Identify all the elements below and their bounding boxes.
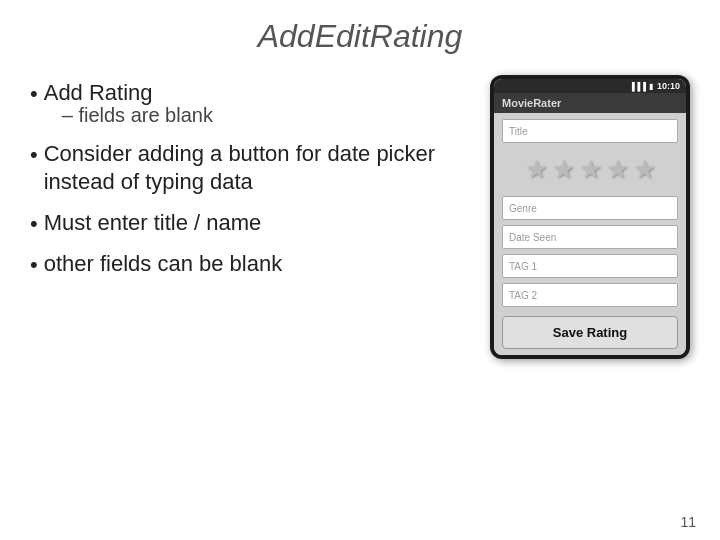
page-title: AddEditRating <box>0 0 720 65</box>
tag2-field[interactable]: TAG 2 <box>502 283 678 307</box>
date-seen-field[interactable]: Date Seen <box>502 225 678 249</box>
page-number: 11 <box>680 514 696 530</box>
bullet-item-2: • Consider adding a button for date pick… <box>30 140 470 197</box>
stars-row[interactable]: ★ ★ ★ ★ ★ <box>502 148 678 191</box>
battery-icon: ▮ <box>649 82 653 91</box>
app-name-label: MovieRater <box>502 97 561 109</box>
app-titlebar: MovieRater <box>494 93 686 113</box>
title-field[interactable]: Title <box>502 119 678 143</box>
star-4[interactable]: ★ <box>606 154 629 185</box>
tag1-field[interactable]: TAG 1 <box>502 254 678 278</box>
phone-screen: ▐▐▐ ▮ 10:10 MovieRater Title ★ ★ ★ <box>494 79 686 355</box>
star-5[interactable]: ★ <box>633 154 656 185</box>
time-display: 10:10 <box>657 81 680 91</box>
phone-mockup: ▐▐▐ ▮ 10:10 MovieRater Title ★ ★ ★ <box>490 75 690 359</box>
bullet-list: • Add Rating – fields are blank • Consid… <box>30 75 470 359</box>
status-icons: ▐▐▐ ▮ <box>629 82 653 91</box>
form-area: Title ★ ★ ★ ★ ★ Genre Date Seen TAG <box>494 113 686 355</box>
star-3[interactable]: ★ <box>579 154 602 185</box>
bullet-item-3: • Must enter title / name <box>30 209 470 239</box>
bullet-item-4: • other fields can be blank <box>30 250 470 280</box>
signal-icon: ▐▐▐ <box>629 82 646 91</box>
star-2[interactable]: ★ <box>552 154 575 185</box>
save-rating-button[interactable]: Save Rating <box>502 316 678 349</box>
bullet-item-1: • Add Rating – fields are blank <box>30 79 470 128</box>
genre-field[interactable]: Genre <box>502 196 678 220</box>
star-1[interactable]: ★ <box>525 154 548 185</box>
status-bar: ▐▐▐ ▮ 10:10 <box>494 79 686 93</box>
